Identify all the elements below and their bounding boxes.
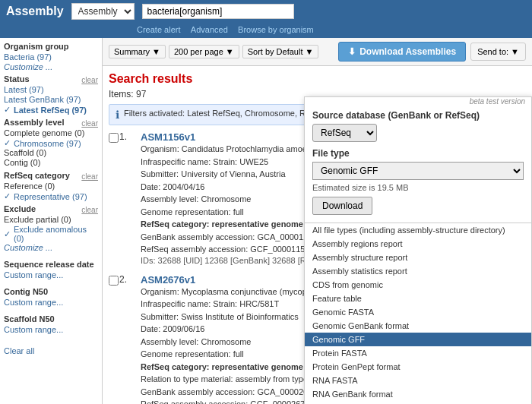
header: Assembly Assembly [0,0,532,23]
exclude-anomalous-link[interactable]: Exclude anomalous (0) [14,225,98,243]
chevron-down-icon-4: ▼ [511,47,519,56]
file-type-select[interactable]: Genomic GFF [312,162,524,180]
chevron-down-icon-2: ▼ [226,47,234,56]
organism-group-section: Organism group [4,42,98,52]
file-type-label: File type [312,148,524,159]
status-clear[interactable]: clear [81,76,98,84]
search-input[interactable] [142,4,294,19]
sidebar: Organism group Bacteria (97) Customize .… [0,38,103,404]
chevron-down-icon: ▼ [152,47,160,56]
results-title: Search results [109,72,526,86]
create-alert-link[interactable]: Create alert [137,25,180,34]
assembly-level-clear[interactable]: clear [81,119,98,128]
refseq-category-section: RefSeq category clear [4,171,98,181]
scaffold-n50-custom[interactable]: Custom range... [4,325,63,334]
bacteria-link[interactable]: Bacteria (97) [4,52,52,62]
check-icon-2: ✓ [4,138,11,148]
latest-genbank-item: Latest GenBank (97) [4,95,98,104]
file-type-genomic-genbank[interactable]: Genomic GenBank format [305,319,531,333]
file-type-rna-fasta[interactable]: RNA FASTA [305,374,531,387]
latest-refseq-item: ✓ Latest RefSeq (97) [4,105,98,115]
result-1-checkbox[interactable] [109,133,119,143]
exclude-section: Exclude clear [4,204,98,215]
results-area: Search results Items: 97 ℹ Filters activ… [103,66,532,404]
sort-dropdown-btn[interactable]: Sort by Default ▼ [242,45,319,58]
latest-item: Latest (97) [4,85,98,94]
file-type-genomic-gff[interactable]: Genomic GFF [305,333,531,346]
file-type-protein-fasta[interactable]: Protein FASTA [305,346,531,360]
database-select[interactable]: Assembly [71,3,135,20]
download-button[interactable]: Download [312,197,372,215]
assembly-level-title: Assembly level [4,118,65,127]
check-icon-3: ✓ [4,191,11,201]
browse-by-organism-link[interactable]: Browse by organism [238,25,314,34]
file-type-rna-genbank[interactable]: RNA GenBank format [305,387,531,401]
chromosome-item: ✓ Chromosome (97) [4,138,98,148]
status-section: Status clear [4,74,98,85]
scaffold-n50-title: Scaffold N50 [4,314,98,324]
contig-item: Contig (0) [4,158,98,167]
source-db-select[interactable]: RefSeq GenBank [312,124,377,142]
result-1-number: 1. [119,131,127,142]
assembly-level-section: Assembly level clear [4,118,98,128]
exclude-title: Exclude [4,204,36,213]
organism-group-title: Organism group [4,42,69,51]
chevron-down-icon-3: ▼ [305,47,313,56]
source-db-label: Source database (GenBank or RefSeq) [312,110,524,121]
app-title: Assembly [6,5,64,18]
status-title: Status [4,74,30,84]
file-type-feature[interactable]: Feature table [305,292,531,305]
complete-genome-item: Complete genome (0) [4,128,98,137]
result-2-checkbox[interactable] [109,276,119,286]
file-type-list: All file types (including assembly-struc… [305,223,531,404]
refseq-category-title: RefSeq category [4,171,70,180]
exclude-customize-link[interactable]: Customize ... [4,243,52,252]
result-2-link[interactable]: ASM2676v1 [141,274,195,286]
dropdown-content: Source database (GenBank or RefSeq) RefS… [305,106,531,223]
representative-link[interactable]: Representative (97) [14,192,87,201]
source-db-row: RefSeq GenBank [312,124,524,142]
contig-n50-title: Contig N50 [4,287,98,296]
latest-refseq-link[interactable]: Latest RefSeq (97) [14,106,87,115]
refseq-category-clear[interactable]: clear [81,172,98,181]
download-dropdown: beta test version Source database (GenBa… [304,96,532,404]
check-icon: ✓ [4,105,11,115]
organism-customize-link[interactable]: Customize ... [4,62,52,71]
contig-n50-custom[interactable]: Custom range... [4,298,63,307]
file-type-all[interactable]: All file types (including assembly-struc… [305,223,531,237]
file-type-genomic-fasta[interactable]: Genomic FASTA [305,305,531,319]
latest-link[interactable]: Latest (97) [4,85,44,94]
content-area: Summary ▼ 200 per page ▼ Sort by Default… [103,38,532,404]
representative-item: ✓ Representative (97) [4,191,98,201]
advanced-link[interactable]: Advanced [191,25,228,34]
estimated-size: Estimated size is 19.5 MB [312,183,524,192]
file-type-protein-genpept[interactable]: Protein GenPept format [305,360,531,374]
latest-genbank-link[interactable]: Latest GenBank (97) [4,95,81,104]
exclude-clear[interactable]: clear [81,206,98,214]
summary-dropdown-btn[interactable]: Summary ▼ [109,45,166,58]
exclude-partial-item: Exclude partial (0) [4,215,98,224]
reference-item: Reference (0) [4,181,98,191]
file-type-structure[interactable]: Assembly structure report [305,251,531,264]
per-page-dropdown-btn[interactable]: 200 per page ▼ [169,45,239,58]
beta-text: beta test version [305,97,531,106]
file-type-stats[interactable]: Assembly statistics report [305,264,531,278]
send-to-btn[interactable]: Send to: ▼ [470,43,526,61]
download-assemblies-btn[interactable]: ⬇ Download Assemblies [338,42,466,62]
file-type-rna-genomic[interactable]: RNA from genomic [305,401,531,404]
file-type-cds[interactable]: CDS from genomic [305,278,531,292]
clear-all-link[interactable]: Clear all [4,346,98,355]
main-layout: Organism group Bacteria (97) Customize .… [0,38,532,404]
result-1-link[interactable]: ASM1156v1 [141,131,195,143]
info-icon: ℹ [116,109,119,121]
scaffold-item: Scaffold (0) [4,148,98,157]
download-icon: ⬇ [348,46,356,57]
toolbar-right: ⬇ Download Assemblies Send to: ▼ [338,42,526,62]
result-2-number: 2. [119,274,127,285]
seq-release-title: Sequence release date [4,260,98,269]
bacteria-item: Bacteria (97) [4,52,98,62]
seq-release-custom[interactable]: Custom range... [4,270,63,279]
check-icon-4: ✓ [4,229,11,239]
file-type-regions[interactable]: Assembly regions report [305,237,531,251]
chromosome-link[interactable]: Chromosome (97) [14,139,81,148]
